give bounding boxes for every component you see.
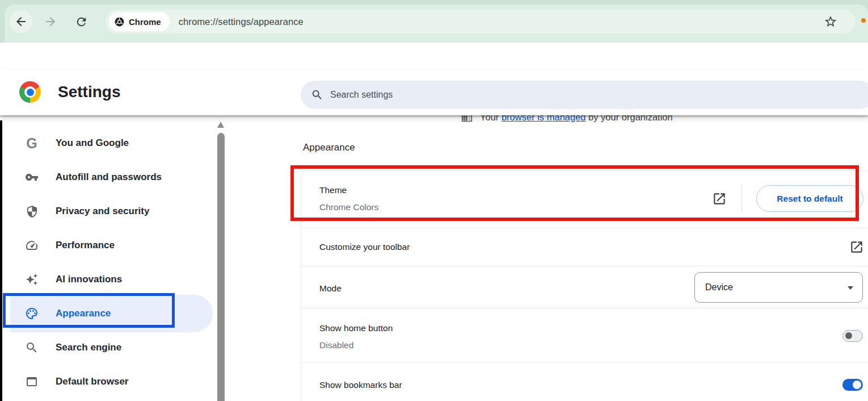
sidebar-item-label: Autofill and passwords xyxy=(56,172,162,183)
back-button[interactable] xyxy=(10,10,32,33)
mode-label: Mode xyxy=(319,280,342,297)
show-home-label: Show home button xyxy=(319,320,393,337)
reload-icon xyxy=(75,15,88,28)
search-icon xyxy=(311,89,323,101)
search-settings-input[interactable]: Search settings xyxy=(301,81,868,109)
sidebar-item-label: Performance xyxy=(56,240,115,251)
google-g-icon: G xyxy=(25,136,39,150)
sidebar-nav: G You and Google Autofill and passwords … xyxy=(0,126,216,399)
key-icon xyxy=(25,170,39,184)
magnifier-icon xyxy=(25,341,39,354)
sidebar-item-ai-innovations[interactable]: AI innovations xyxy=(0,262,216,296)
toggle-knob xyxy=(845,332,852,339)
show-home-toggle[interactable] xyxy=(842,330,863,342)
row-divider xyxy=(301,362,868,363)
shield-icon xyxy=(25,204,39,218)
chrome-logo-icon xyxy=(19,81,41,103)
settings-header: Settings Search settings xyxy=(0,69,868,115)
sidebar-item-label: Default browser xyxy=(56,376,128,387)
show-home-sublabel: Disabled xyxy=(319,337,393,354)
settings-sidebar: G You and Google Autofill and passwords … xyxy=(0,120,227,401)
window-frame: Chrome chrome://settings/appearance xyxy=(0,0,868,43)
browser-toolbar: Chrome chrome://settings/appearance xyxy=(5,5,868,43)
sidebar-item-search-engine[interactable]: Search engine xyxy=(0,331,216,365)
browser-window-icon xyxy=(25,375,39,389)
row-divider xyxy=(301,308,868,308)
bookmark-star-icon[interactable] xyxy=(824,15,837,28)
row-divider xyxy=(301,266,868,266)
show-bookmarks-toggle[interactable] xyxy=(842,379,863,391)
sidebar-item-default-browser[interactable]: Default browser xyxy=(0,365,216,399)
toggle-knob xyxy=(853,381,861,389)
sidebar-item-label: Search engine xyxy=(56,342,121,353)
sidebar-item-label: Privacy and security xyxy=(56,206,149,217)
site-badge-label: Chrome xyxy=(129,17,161,27)
sidebar-item-autofill[interactable]: Autofill and passwords xyxy=(0,160,216,194)
mode-dropdown[interactable]: Device xyxy=(694,272,863,303)
mode-selected-value: Device xyxy=(705,282,733,293)
customize-toolbar-row[interactable]: Customize your toolbar xyxy=(319,239,410,256)
forward-arrow-icon xyxy=(44,15,57,28)
url-text[interactable]: chrome://settings/appearance xyxy=(179,16,304,27)
extension-icon[interactable] xyxy=(861,18,866,23)
sidebar-item-label: You and Google xyxy=(56,137,129,149)
section-title: Appearance xyxy=(303,142,355,153)
theme-highlight-box xyxy=(290,165,859,221)
address-bar[interactable]: Chrome chrome://settings/appearance xyxy=(106,10,856,34)
row-divider xyxy=(301,228,868,228)
scrollbar-thumb[interactable] xyxy=(217,133,225,401)
speedometer-icon xyxy=(25,239,39,252)
scrollbar-up-arrow[interactable] xyxy=(217,122,224,128)
forward-button[interactable] xyxy=(43,14,58,29)
sidebar-item-privacy[interactable]: Privacy and security xyxy=(0,194,216,228)
site-info-chip[interactable]: Chrome xyxy=(109,12,170,31)
page-title: Settings xyxy=(58,83,120,101)
bookmarks-bar xyxy=(0,43,868,69)
show-home-button-row: Show home button Disabled xyxy=(319,320,393,354)
back-arrow-icon xyxy=(14,14,28,29)
sidebar-item-performance[interactable]: Performance xyxy=(0,228,216,262)
sidebar-item-label: AI innovations xyxy=(56,274,122,285)
chrome-logo-mono-icon xyxy=(114,16,125,27)
appearance-highlight-box xyxy=(3,293,175,328)
reload-button[interactable] xyxy=(74,14,89,29)
open-in-new-icon[interactable] xyxy=(849,240,864,254)
chevron-down-icon xyxy=(848,286,853,290)
show-bookmarks-label: Show bookmarks bar xyxy=(319,377,402,394)
search-placeholder: Search settings xyxy=(330,90,393,100)
sparkle-icon xyxy=(25,273,39,286)
sidebar-item-you-and-google[interactable]: G You and Google xyxy=(0,126,216,160)
